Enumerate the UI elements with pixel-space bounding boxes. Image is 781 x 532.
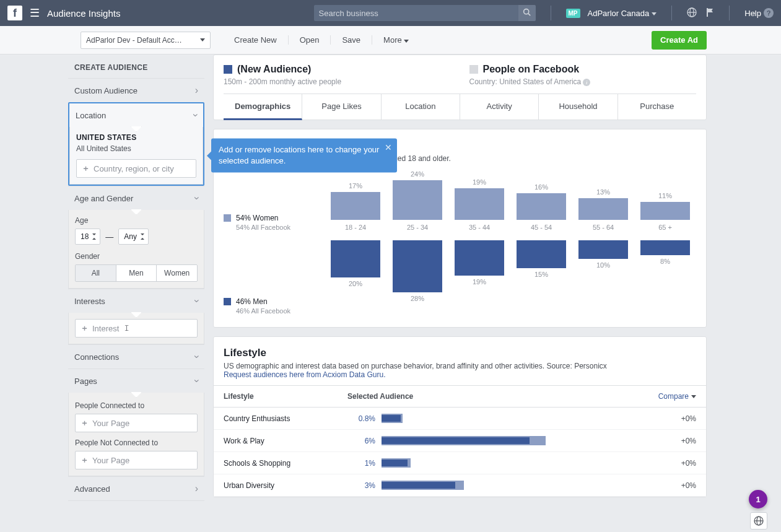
content: (New Audience) 150m - 200m monthly activ…: [213, 55, 707, 506]
toolbar-links: Create New Open Save More: [223, 35, 420, 45]
divider: [729, 6, 730, 20]
open-link[interactable]: Open: [289, 35, 331, 45]
chevron-right-icon: ›: [195, 483, 198, 494]
tab-pagelikes[interactable]: Page Likes: [302, 94, 381, 120]
age-gender-section: Age and Gender › Age 18 — Any Gender All…: [68, 186, 204, 289]
org-badge: MP: [566, 9, 580, 18]
lifestyle-title: Lifestyle: [214, 337, 706, 360]
custom-audience-head[interactable]: Custom Audience›: [68, 79, 204, 102]
chevron-down-icon: ›: [190, 113, 201, 116]
connected-label: People Connected to: [75, 401, 198, 410]
hamburger-icon[interactable]: ☰: [30, 6, 40, 20]
table-row[interactable]: Urban Diversity3%+0%: [214, 474, 706, 497]
chevron-down-icon: ›: [191, 196, 202, 199]
help-icon: ?: [764, 8, 774, 18]
age-from-select[interactable]: 18: [75, 229, 100, 245]
save-link[interactable]: Save: [331, 35, 372, 45]
create-ad-button[interactable]: Create Ad: [652, 31, 707, 50]
help-link[interactable]: Help ?: [744, 8, 774, 18]
header-panel: (New Audience) 150m - 200m monthly activ…: [213, 55, 707, 120]
location-head[interactable]: Location ›: [69, 103, 203, 127]
org-selector[interactable]: AdParlor Canada: [588, 9, 657, 18]
notconnected-label: People Not Connected to: [75, 438, 198, 447]
caret-down-icon: [691, 395, 696, 398]
age-gender-head[interactable]: Age and Gender ›: [68, 186, 204, 210]
interests-section: Interests › ＋ Interest 𝙸: [68, 289, 204, 344]
age-gender-chart: 54% Women54% All Facebook17%18 - 2424%25…: [214, 169, 706, 327]
plus-icon: ＋: [82, 163, 90, 174]
tab-household[interactable]: Household: [539, 94, 617, 120]
table-row[interactable]: Country Enthusiasts0.8%+0%: [214, 408, 706, 430]
tab-purchase[interactable]: Purchase: [618, 94, 696, 120]
advanced-head[interactable]: Advanced›: [68, 477, 204, 500]
search-button[interactable]: [518, 5, 536, 21]
chevron-down-icon: ›: [191, 379, 202, 382]
globe-icon[interactable]: [687, 7, 697, 19]
location-country: UNITED STATES: [76, 133, 196, 142]
tabs: Demographics Page Likes Location Activit…: [224, 94, 696, 120]
caret-down-icon: [652, 12, 657, 15]
location-sub: All United States: [76, 144, 196, 153]
lifestyle-link[interactable]: Request audiences here from Acxiom Data …: [224, 370, 385, 379]
notification-badge[interactable]: 1: [749, 490, 767, 508]
connected-input[interactable]: ＋ Your Page: [75, 414, 198, 432]
interest-input[interactable]: ＋ Interest 𝙸: [75, 319, 198, 338]
pages-section: Pages › People Connected to ＋ Your Page …: [68, 368, 204, 476]
plus-icon: ＋: [81, 455, 89, 466]
account-selector[interactable]: AdParlor Dev - Default Acc…: [81, 32, 211, 49]
sidebar: CREATE AUDIENCE Custom Audience› Locatio…: [68, 55, 204, 501]
lifestyle-sub: US demographic and interest data based o…: [214, 360, 706, 385]
close-icon[interactable]: ✕: [385, 142, 392, 154]
age-dash: —: [105, 232, 113, 242]
more-link[interactable]: More: [372, 35, 420, 45]
compare-dropdown[interactable]: Compare: [640, 392, 696, 401]
pages-head[interactable]: Pages ›: [68, 369, 204, 393]
tab-location[interactable]: Location: [382, 94, 460, 120]
facebook-logo[interactable]: f: [7, 6, 22, 20]
top-icons: [687, 7, 714, 19]
app-title: Audience Insights: [47, 8, 120, 19]
advanced-section: Advanced›: [68, 476, 204, 501]
location-section: Location › UNITED STATES All United Stat…: [68, 102, 204, 186]
lifestyle-panel: Lifestyle US demographic and interest da…: [213, 336, 707, 497]
gender-label: Gender: [75, 252, 198, 261]
gender-toggle: All Men Women: [75, 264, 198, 282]
people-on-facebook-sub: Country: United States of Americai: [469, 77, 697, 86]
gender-men[interactable]: Men: [116, 265, 157, 281]
locale-icon[interactable]: [750, 512, 767, 530]
table-row[interactable]: Work & Play6%+0%: [214, 430, 706, 452]
gender-all[interactable]: All: [76, 265, 116, 281]
divider: [671, 6, 672, 20]
lifestyle-table-head: Lifestyle Selected Audience Compare: [214, 385, 706, 408]
create-new-link[interactable]: Create New: [223, 35, 289, 45]
age-to-select[interactable]: Any: [118, 229, 149, 245]
custom-audience-section: Custom Audience›: [68, 78, 204, 102]
flag-icon[interactable]: [705, 7, 714, 19]
tab-activity[interactable]: Activity: [460, 94, 539, 120]
info-icon: i: [583, 79, 590, 86]
location-input[interactable]: ＋ Country, region, or city: [76, 159, 196, 178]
lifestyle-rows: Country Enthusiasts0.8%+0%Work & Play6%+…: [214, 408, 706, 497]
divider: [551, 6, 551, 20]
search-input[interactable]: [314, 5, 518, 21]
svg-line-1: [528, 14, 530, 15]
search-wrap: [314, 5, 536, 21]
search-icon: [523, 8, 531, 16]
caret-down-icon: [404, 40, 409, 43]
toolbar: AdParlor Dev - Default Acc… Create New O…: [0, 26, 781, 55]
interests-head[interactable]: Interests ›: [68, 289, 204, 313]
svg-point-0: [524, 9, 529, 14]
location-tooltip: Add or remove locations here to change y…: [211, 138, 397, 172]
gender-women[interactable]: Women: [157, 265, 197, 281]
notconnected-input[interactable]: ＋ Your Page: [75, 451, 198, 469]
svg-rect-5: [707, 8, 708, 17]
sidebar-title: CREATE AUDIENCE: [68, 55, 204, 78]
topbar: f ☰ Audience Insights MP AdParlor Canada…: [0, 0, 781, 26]
plus-icon: ＋: [81, 417, 89, 429]
new-audience-title: (New Audience): [224, 64, 451, 75]
connections-section: Connections ›: [68, 344, 204, 368]
table-row[interactable]: Schools & Shopping1%+0%: [214, 452, 706, 474]
tab-demographics[interactable]: Demographics: [224, 94, 302, 120]
connections-head[interactable]: Connections ›: [68, 345, 204, 368]
text-cursor-icon: 𝙸: [124, 323, 129, 333]
